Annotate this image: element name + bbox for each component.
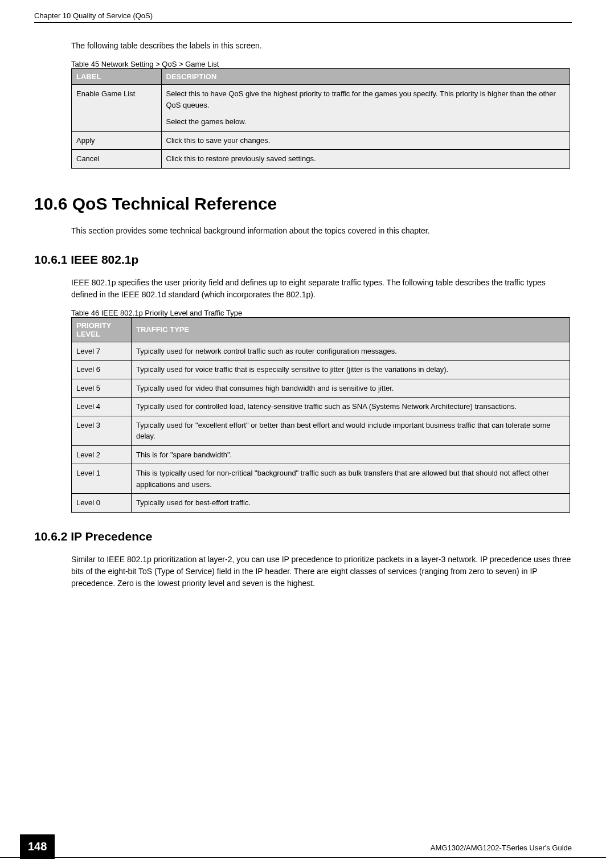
table46-cell-desc: Typically used for best-effort traffic. bbox=[132, 494, 570, 513]
table-row: Enable Game List Select this to have QoS… bbox=[72, 85, 570, 132]
table46-cell-desc: Typically used for controlled load, late… bbox=[132, 398, 570, 416]
table46-cell-desc: Typically used for network control traff… bbox=[132, 342, 570, 361]
table46-cell-desc: Typically used for "excellent effort" or… bbox=[132, 416, 570, 445]
table45-cell-desc: Click this to save your changes. bbox=[161, 131, 570, 150]
table-row: Level 3 Typically used for "excellent ef… bbox=[72, 416, 570, 445]
table-row: Level 2 This is for "spare bandwidth". bbox=[72, 445, 570, 464]
table-row: Level 4 Typically used for controlled lo… bbox=[72, 398, 570, 416]
table-row: Level 1 This is typically used for non-c… bbox=[72, 464, 570, 494]
table-row: Level 7 Typically used for network contr… bbox=[72, 342, 570, 361]
table46-cell-level: Level 6 bbox=[72, 361, 132, 379]
table-row: Apply Click this to save your changes. bbox=[72, 131, 570, 150]
table46-cell-level: Level 2 bbox=[72, 445, 132, 464]
table45-desc-line: Select this to have QoS give the highest… bbox=[166, 89, 556, 109]
section-10-6-2-title: 10.6.2 IP Precedence bbox=[34, 530, 572, 543]
guide-name: AMG1302/AMG1202-TSeries User's Guide bbox=[431, 844, 572, 852]
table46-cell-level: Level 5 bbox=[72, 379, 132, 398]
table45-cell-label: Apply bbox=[72, 131, 162, 150]
table45-caption: Table 45 Network Setting > QoS > Game Li… bbox=[71, 60, 572, 68]
table45: LABEL DESCRIPTION Enable Game List Selec… bbox=[71, 68, 570, 169]
table46-cell-desc: This is for "spare bandwidth". bbox=[132, 445, 570, 464]
chapter-header: Chapter 10 Quality of Service (QoS) bbox=[34, 11, 572, 23]
table-row: Level 0 Typically used for best-effort t… bbox=[72, 494, 570, 513]
table45-desc-line: Select the games below. bbox=[166, 116, 566, 128]
table46-cell-desc: Typically used for voice traffic that is… bbox=[132, 361, 570, 379]
table46-cell-desc: This is typically used for non-critical … bbox=[132, 464, 570, 494]
table46-cell-level: Level 7 bbox=[72, 342, 132, 361]
table46-cell-level: Level 3 bbox=[72, 416, 132, 445]
table45-header-description: DESCRIPTION bbox=[161, 69, 570, 85]
table46-cell-level: Level 1 bbox=[72, 464, 132, 494]
page-number: 148 bbox=[20, 834, 55, 859]
table-row: Level 6 Typically used for voice traffic… bbox=[72, 361, 570, 379]
table45-cell-label: Cancel bbox=[72, 150, 162, 169]
intro-text: The following table describes the labels… bbox=[71, 40, 572, 52]
table45-cell-label: Enable Game List bbox=[72, 85, 162, 132]
section-10-6-1-text: IEEE 802.1p specifies the user priority … bbox=[71, 277, 572, 301]
table-row: Cancel Click this to restore previously … bbox=[72, 150, 570, 169]
table46-cell-level: Level 0 bbox=[72, 494, 132, 513]
section-10-6-2-text: Similar to IEEE 802.1p prioritization at… bbox=[71, 554, 572, 589]
table46-header-priority: PRIORITY LEVEL bbox=[72, 317, 132, 342]
section-10-6-title: 10.6 QoS Technical Reference bbox=[34, 194, 572, 214]
table46: PRIORITY LEVEL TRAFFIC TYPE Level 7 Typi… bbox=[71, 317, 570, 513]
section-10-6-text: This section provides some technical bac… bbox=[71, 225, 572, 237]
table45-header-label: LABEL bbox=[72, 69, 162, 85]
table46-cell-level: Level 4 bbox=[72, 398, 132, 416]
table45-cell-desc: Click this to restore previously saved s… bbox=[161, 150, 570, 169]
table46-caption: Table 46 IEEE 802.1p Priority Level and … bbox=[71, 309, 572, 317]
table-row: Level 5 Typically used for video that co… bbox=[72, 379, 570, 398]
table46-header-traffic: TRAFFIC TYPE bbox=[132, 317, 570, 342]
section-10-6-1-title: 10.6.1 IEEE 802.1p bbox=[34, 253, 572, 267]
table45-cell-desc: Select this to have QoS give the highest… bbox=[161, 85, 570, 132]
page-footer: 148 AMG1302/AMG1202-TSeries User's Guide bbox=[0, 857, 606, 858]
table46-cell-desc: Typically used for video that consumes h… bbox=[132, 379, 570, 398]
